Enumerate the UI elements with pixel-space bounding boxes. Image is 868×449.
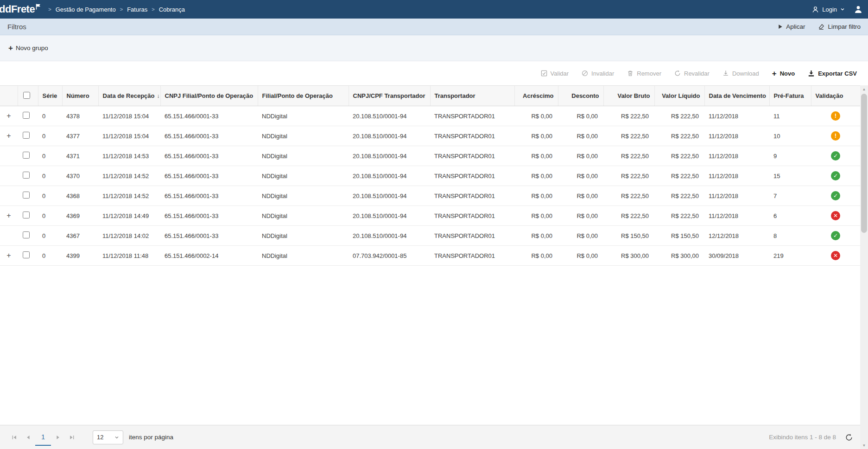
- new-group-label: Novo grupo: [16, 45, 48, 51]
- apply-filter-button[interactable]: Aplicar: [778, 23, 805, 30]
- clear-filter-label: Limpar filtro: [828, 23, 861, 30]
- cell-valor-liquido: R$ 222,50: [654, 166, 704, 186]
- header-filial[interactable]: Filial/Ponto de Operação: [258, 86, 348, 106]
- table-row[interactable]: +0436911/12/2018 14:4965.151.466/0001-33…: [0, 206, 860, 226]
- header-checkbox-cell: [18, 86, 38, 106]
- header-desconto[interactable]: Desconto: [558, 86, 603, 106]
- refresh-grid-button[interactable]: [845, 434, 853, 441]
- breadcrumb-item-cobranca[interactable]: Cobrança: [159, 6, 185, 13]
- header-valor-liquido[interactable]: Valor Líquido: [654, 86, 704, 106]
- header-valor-bruto[interactable]: Valor Bruto: [603, 86, 654, 106]
- cell-pre-fatura: 219: [769, 246, 811, 266]
- login-menu[interactable]: Login: [812, 6, 845, 13]
- cell-desconto: R$ 0,00: [558, 166, 603, 186]
- export-csv-button[interactable]: Exportar CSV: [808, 70, 857, 77]
- header-data-vencimento[interactable]: Data de Vencimento: [704, 86, 769, 106]
- download-button[interactable]: Download: [722, 70, 759, 77]
- cell-validacao: !: [811, 106, 860, 126]
- remove-button[interactable]: Remover: [627, 70, 661, 77]
- header-cnpj-transportador-label: CNPJ/CPF Transportador: [353, 92, 425, 99]
- cell-transportador: TRANSPORTADOR01: [430, 226, 514, 246]
- table-row[interactable]: 0436811/12/2018 14:5265.151.466/0001-33N…: [0, 186, 860, 206]
- row-checkbox[interactable]: [23, 192, 30, 199]
- cell-serie: 0: [38, 146, 62, 166]
- header-validacao[interactable]: Validação: [811, 86, 860, 106]
- table-row[interactable]: +0437711/12/2018 15:0465.151.466/0001-33…: [0, 126, 860, 146]
- vertical-scrollbar[interactable]: ▲ ▼: [860, 85, 868, 449]
- cell-desconto: R$ 0,00: [558, 206, 603, 226]
- validate-button[interactable]: Validar: [541, 70, 569, 77]
- breadcrumb: > Gestão de Pagamento > Faturas > Cobran…: [48, 6, 185, 13]
- header-numero[interactable]: Número: [62, 86, 98, 106]
- cell-serie: 0: [38, 206, 62, 226]
- select-all-checkbox[interactable]: [23, 92, 30, 99]
- app-logo-text: ddFrete: [0, 3, 35, 15]
- header-cnpj-filial[interactable]: CNPJ Filial/Ponto de Operação: [160, 86, 258, 106]
- app-logo[interactable]: ddFrete: [0, 3, 41, 15]
- breadcrumb-item-gestao-de-pagamento[interactable]: Gestão de Pagamento: [56, 6, 116, 13]
- header-transportador[interactable]: Transportador: [430, 86, 514, 106]
- row-checkbox[interactable]: [23, 212, 30, 218]
- table-row[interactable]: +0439911/12/2018 11:4865.151.466/0002-14…: [0, 246, 860, 266]
- header-valor-liquido-label: Valor Líquido: [662, 92, 700, 99]
- scroll-up-icon[interactable]: ▲: [860, 85, 868, 93]
- row-checkbox[interactable]: [23, 152, 30, 159]
- row-checkbox-cell: [18, 246, 38, 266]
- navbar-right: Login: [812, 5, 862, 13]
- last-page-button[interactable]: [65, 430, 79, 444]
- expand-row-button[interactable]: +: [0, 206, 18, 226]
- cell-valor-liquido: R$ 222,50: [654, 106, 704, 126]
- next-page-button[interactable]: [51, 430, 65, 444]
- scrollbar-thumb[interactable]: [861, 94, 867, 233]
- cell-cnpj-transportador: 07.703.942/0001-85: [348, 246, 430, 266]
- new-button[interactable]: + Novo: [772, 70, 795, 77]
- app-root: ddFrete > Gestão de Pagamento > Faturas …: [0, 0, 868, 449]
- header-desconto-label: Desconto: [571, 92, 599, 99]
- table-row[interactable]: 0437011/12/2018 14:5265.151.466/0001-33N…: [0, 166, 860, 186]
- breadcrumb-separator-icon: >: [152, 6, 154, 12]
- table-row[interactable]: 0436711/12/2018 14:0265.151.466/0001-33N…: [0, 226, 860, 246]
- header-serie[interactable]: Série: [38, 86, 62, 106]
- cell-valor-liquido: R$ 300,00: [654, 246, 704, 266]
- scroll-down-icon[interactable]: ▼: [860, 442, 868, 449]
- user-icon[interactable]: [854, 5, 862, 13]
- cell-validacao: ✓: [811, 166, 860, 186]
- cell-valor-liquido: R$ 150,50: [654, 226, 704, 246]
- new-group-button[interactable]: + Novo grupo: [8, 44, 48, 52]
- breadcrumb-item-faturas[interactable]: Faturas: [127, 6, 147, 13]
- cell-cnpj-transportador: 20.108.510/0001-94: [348, 186, 430, 206]
- header-acrescimo[interactable]: Acréscimo: [514, 86, 558, 106]
- cell-pre-fatura: 11: [769, 106, 811, 126]
- cell-cnpj-transportador: 20.108.510/0001-94: [348, 146, 430, 166]
- row-checkbox[interactable]: [23, 132, 30, 139]
- current-page-button[interactable]: 1: [35, 429, 51, 446]
- table-row[interactable]: +0437811/12/2018 15:0465.151.466/0001-33…: [0, 106, 860, 126]
- cell-data-recepcao: 11/12/2018 14:02: [98, 226, 160, 246]
- cell-pre-fatura: 9: [769, 146, 811, 166]
- row-checkbox[interactable]: [23, 251, 30, 258]
- first-page-button[interactable]: [7, 430, 21, 444]
- row-checkbox[interactable]: [23, 112, 30, 119]
- page-size-select[interactable]: 12: [93, 430, 123, 444]
- cell-valor-bruto: R$ 222,50: [603, 186, 654, 206]
- expand-row-button[interactable]: +: [0, 106, 18, 126]
- row-checkbox[interactable]: [23, 231, 30, 238]
- expand-row-button[interactable]: +: [0, 126, 18, 146]
- header-data-recepcao[interactable]: Data de Recepção↓: [98, 86, 160, 106]
- row-checkbox[interactable]: [23, 172, 30, 179]
- cell-cnpj-filial: 65.151.466/0001-33: [160, 206, 258, 226]
- header-pre-fatura[interactable]: Pré-Fatura: [769, 86, 811, 106]
- invalidate-button[interactable]: Invalidar: [582, 70, 614, 77]
- check-square-icon: [541, 70, 547, 77]
- clear-filter-button[interactable]: Limpar filtro: [818, 23, 861, 30]
- cell-validacao: ✓: [811, 226, 860, 246]
- expand-row-button[interactable]: +: [0, 246, 18, 266]
- cell-numero: 4369: [62, 206, 98, 226]
- header-cnpj-transportador[interactable]: CNPJ/CPF Transportador: [348, 86, 430, 106]
- header-cnpj-filial-label: CNPJ Filial/Ponto de Operação: [165, 92, 253, 99]
- previous-page-button[interactable]: [21, 430, 35, 444]
- table-row[interactable]: 0437111/12/2018 14:5365.151.466/0001-33N…: [0, 146, 860, 166]
- header-data-recepcao-label: Data de Recepção: [103, 92, 155, 99]
- revalidate-button[interactable]: Revalidar: [674, 70, 710, 77]
- header-data-vencimento-label: Data de Vencimento: [709, 92, 767, 99]
